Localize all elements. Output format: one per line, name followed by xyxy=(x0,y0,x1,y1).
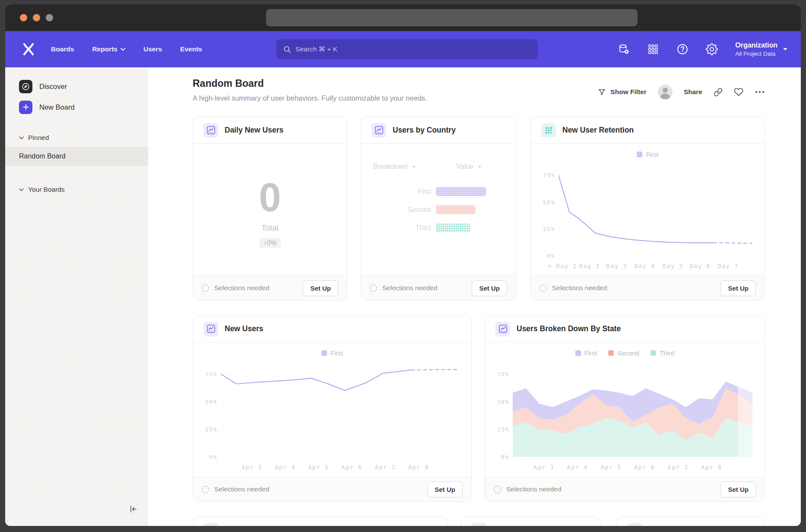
chevron-down-icon xyxy=(121,48,125,51)
nav-item-boards[interactable]: Boards xyxy=(45,41,80,57)
x-axis-label: Apr 5 xyxy=(308,464,329,471)
settings-gear-icon[interactable] xyxy=(706,43,718,55)
set-up-button[interactable]: Set Up xyxy=(303,280,338,296)
y-axis-label: 25% xyxy=(205,426,217,432)
sidebar-collapse-icon[interactable] xyxy=(126,502,140,516)
window-control-dot[interactable] xyxy=(46,14,53,22)
card-new-user-retention: New User Retention First75%50%25%0%< Day… xyxy=(530,117,765,301)
card-title: Stacked Line Graph xyxy=(225,526,296,526)
retention-grid-icon xyxy=(541,123,556,138)
show-filter-button[interactable]: Show Filter xyxy=(598,88,647,96)
sidebar-section-your-boards[interactable]: Your Boards xyxy=(5,180,148,199)
legend-swatch-icon xyxy=(575,350,581,356)
org-switcher[interactable]: Organization All Project Data xyxy=(735,41,788,57)
legend-item: Second xyxy=(608,349,639,357)
x-axis-label: Apr 8 xyxy=(408,464,429,471)
country-bar-list: FirstSecondThird xyxy=(361,187,516,232)
y-axis-label: 25% xyxy=(497,426,509,432)
x-axis-label: Day 7 xyxy=(718,263,739,269)
bar-label: First xyxy=(361,188,431,196)
new-users-chart: First75%50%25%0%Apr 3Apr 4Apr 5Apr 6Apr … xyxy=(193,342,471,477)
page-title: Random Board xyxy=(193,78,264,89)
avatar[interactable] xyxy=(658,85,673,99)
browser-window: Boards Reports Users Events xyxy=(5,4,801,526)
selection-radio-icon xyxy=(494,486,501,493)
x-axis-label: Day 6 xyxy=(690,263,711,269)
board-canvas: Random Board A high-level summary of use… xyxy=(148,67,801,526)
line-chart-icon xyxy=(203,123,218,138)
line-chart-icon xyxy=(203,322,218,336)
x-axis-label: Day 5 xyxy=(663,263,683,269)
y-axis-label: 75% xyxy=(205,370,217,377)
search-input[interactable] xyxy=(295,45,531,53)
status-text: Selections needed xyxy=(506,485,562,493)
chart-legend: FirstSecondThird xyxy=(485,349,765,357)
card-title: Insights Report xyxy=(493,526,548,526)
status-text: Selections needed xyxy=(382,284,438,292)
x-axis-label: Apr 3 xyxy=(533,464,554,471)
filter-icon xyxy=(598,88,606,96)
window-control-dot[interactable] xyxy=(20,14,27,22)
status-text: Selections needed xyxy=(214,485,270,493)
favorite-heart-icon[interactable] xyxy=(734,87,743,97)
y-axis-label: 75% xyxy=(543,172,555,178)
sidebar-item-random-board[interactable]: Random Board xyxy=(5,147,148,166)
country-bar-row: Second xyxy=(361,205,516,214)
global-search[interactable] xyxy=(276,39,538,59)
more-options-icon[interactable] xyxy=(755,90,765,94)
x-axis-label: < Day 1 xyxy=(548,263,577,269)
window-control-dot[interactable] xyxy=(33,14,40,22)
set-up-button[interactable]: Set Up xyxy=(427,481,463,497)
copy-link-icon[interactable] xyxy=(714,88,723,97)
chevron-down-icon xyxy=(477,165,482,168)
card-stacked-line-graph: Stacked Line Graph xyxy=(193,516,447,526)
card-title: Daily New Users xyxy=(225,126,283,135)
breakdown-dropdown[interactable]: Breakdown xyxy=(373,163,416,171)
selection-radio-icon xyxy=(202,285,209,292)
data-management-icon[interactable] xyxy=(618,43,630,55)
legend-item: First xyxy=(637,151,658,158)
nav-item-users[interactable]: Users xyxy=(137,41,168,57)
set-up-button[interactable]: Set Up xyxy=(472,280,507,296)
sidebar-item-new-board[interactable]: New Board xyxy=(5,97,148,117)
window-controls[interactable] xyxy=(20,14,53,22)
x-axis-label: Day 4 xyxy=(635,263,655,269)
card-active-users: Active Users xyxy=(617,516,765,526)
metric-label: Total xyxy=(261,223,279,233)
nav-actions: Organization All Project Data xyxy=(618,41,788,57)
y-axis-label: 0% xyxy=(501,454,509,460)
sidebar: Discover New Board Pinned Random Board Y… xyxy=(5,67,148,526)
selection-radio-icon xyxy=(370,285,377,292)
state-area-chart: FirstSecondThird75%50%25%0%Apr 3Apr 4Apr… xyxy=(485,342,765,477)
url-bar[interactable] xyxy=(266,9,638,26)
set-up-button[interactable]: Set Up xyxy=(720,280,756,296)
bar-label: Second xyxy=(361,206,431,214)
top-navbar: Boards Reports Users Events xyxy=(5,31,801,67)
x-axis-label: Apr 7 xyxy=(668,464,689,471)
legend-swatch-icon xyxy=(608,350,614,356)
card-title: Users by Country xyxy=(393,126,456,135)
apps-grid-icon[interactable] xyxy=(647,43,659,55)
x-axis-label: Apr 5 xyxy=(600,464,621,471)
x-axis-label: Apr 8 xyxy=(701,464,722,471)
share-button[interactable]: Share xyxy=(684,88,702,96)
sidebar-section-pinned[interactable]: Pinned xyxy=(5,129,148,147)
x-axis-label: Day 2 xyxy=(579,263,600,269)
window-titlebar xyxy=(5,4,801,31)
card-title: Users Broken Down By State xyxy=(517,324,621,333)
value-dropdown[interactable]: Value xyxy=(456,163,482,171)
bar xyxy=(436,187,486,196)
sidebar-item-discover[interactable]: Discover xyxy=(5,76,148,97)
nav-item-reports[interactable]: Reports xyxy=(86,41,131,57)
line-chart-icon xyxy=(472,523,486,526)
x-axis-label: Apr 6 xyxy=(342,464,362,471)
nav-item-events[interactable]: Events xyxy=(174,41,208,57)
card-daily-new-users: Daily New Users 0 Total ↑0% Selections n… xyxy=(193,117,347,301)
org-subtitle: All Project Data xyxy=(735,51,777,57)
mixpanel-logo-icon[interactable] xyxy=(20,42,37,56)
legend-item: Third xyxy=(651,349,674,357)
help-icon[interactable] xyxy=(676,43,689,55)
set-up-button[interactable]: Set Up xyxy=(720,481,756,497)
metric-delta-badge: ↑0% xyxy=(259,238,280,248)
line-chart-icon xyxy=(371,123,386,138)
